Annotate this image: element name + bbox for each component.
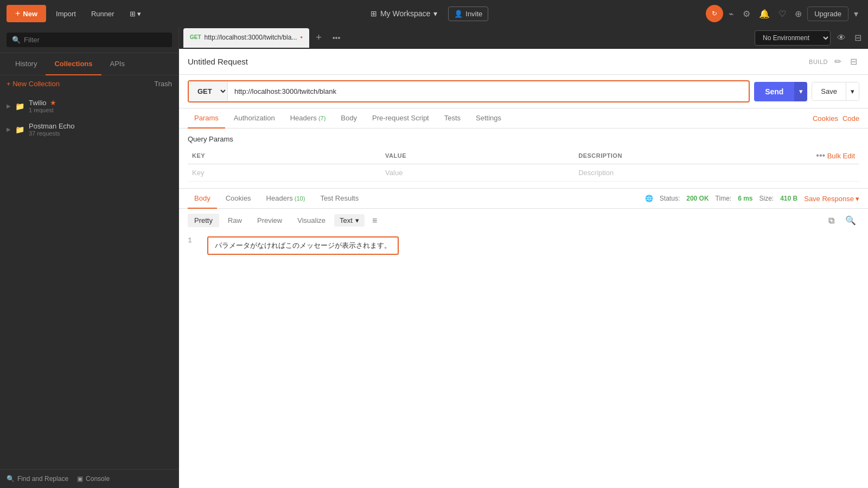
tab-params[interactable]: Params [188, 108, 225, 129]
collection-twilio[interactable]: ▶ 📁 Twilio ★ 1 request [0, 94, 178, 118]
fmt-tab-visualize[interactable]: Visualize [291, 214, 332, 227]
wrap-lines-icon[interactable]: ≡ [369, 214, 380, 228]
tab-authorization[interactable]: Authorization [227, 108, 282, 129]
heart-icon[interactable]: ♡ [775, 5, 789, 22]
params-section: Query Params KEY VALUE DESCRIPTION ••• B… [179, 129, 868, 188]
chevron-right-icon: ▶ [7, 103, 11, 109]
save-button[interactable]: Save [812, 82, 846, 100]
search-icon: 🔍 [12, 36, 21, 44]
request-tabs: Params Authorization Headers (7) Body Pr… [179, 108, 868, 129]
response-status-bar: 🌐 Status: 200 OK Time: 6 ms Size: 410 B … [645, 195, 859, 203]
url-input[interactable] [228, 82, 749, 101]
sidebar-tab-history[interactable]: History [7, 53, 46, 75]
chevron-down-icon[interactable]: ▾ [851, 5, 861, 22]
request-title: Untitled Request [188, 57, 248, 66]
workspace-center: ⊞ My Workspace ▾ 👤 Invite [151, 6, 701, 21]
search-icon[interactable]: 🔍 [842, 213, 859, 228]
table-actions: ••• Bulk Edit [767, 147, 859, 164]
sidebar-items: ▶ 📁 Twilio ★ 1 request ▶ 📁 Postman Echo … [0, 92, 178, 469]
topbar-right: ↻ ⌁ ⚙ 🔔 ♡ ⊕ Upgrade ▾ [706, 5, 861, 22]
plus-circle-icon[interactable]: ⊕ [792, 5, 805, 22]
tab-tests[interactable]: Tests [438, 108, 467, 129]
new-button[interactable]: + New [7, 5, 46, 22]
key-input[interactable] [192, 169, 376, 177]
method-select[interactable]: GET [189, 81, 228, 101]
send-button-group: Send ▾ [754, 82, 807, 101]
request-tab[interactable]: GET http://localhost:3000/twitch/bla... … [183, 28, 309, 48]
save-response-label: Save Response [804, 195, 854, 203]
import-button[interactable]: Import [50, 7, 81, 21]
value-column-header: VALUE [381, 147, 574, 164]
method-badge: GET [190, 34, 201, 40]
layout-icon[interactable]: ⊟ [848, 54, 859, 69]
invite-button[interactable]: 👤 Invite [448, 7, 488, 21]
tab-settings[interactable]: Settings [469, 108, 508, 129]
environment-select[interactable]: No Environment [755, 30, 831, 46]
add-tab-button[interactable]: + [311, 30, 326, 46]
fmt-tab-pretty[interactable]: Pretty [188, 214, 219, 227]
format-type-select[interactable]: Text ▾ [334, 214, 365, 227]
tab-right: No Environment 👁 ⊟ [755, 30, 864, 46]
tab-bar: GET http://localhost:3000/twitch/bla... … [179, 27, 868, 49]
status-value: 200 OK [686, 195, 709, 202]
resp-tab-headers[interactable]: Headers (10) [260, 189, 312, 209]
resp-tab-cookies[interactable]: Cookies [219, 189, 258, 209]
params-title: Query Params [188, 135, 859, 143]
description-column-header: DESCRIPTION [574, 147, 767, 164]
request-area: GET http://localhost:3000/twitch/bla... … [179, 27, 868, 488]
fmt-tab-raw[interactable]: Raw [221, 214, 248, 227]
sidebar-search: 🔍 [0, 27, 178, 53]
chevron-right-icon: ▶ [7, 126, 11, 132]
collection-requests: 37 requests [29, 130, 75, 137]
tab-pre-request-script[interactable]: Pre-request Script [366, 108, 436, 129]
search-input[interactable] [24, 36, 167, 44]
edit-icon[interactable]: ✏ [832, 54, 844, 69]
folder-icon: 📁 [15, 125, 24, 134]
request-content: Untitled Request BUILD ✏ ⊟ GET Send ▾ [179, 49, 868, 488]
grid-icon: ⊞ [371, 9, 377, 18]
sidebar-tab-collections[interactable]: Collections [46, 53, 101, 75]
workspace-button[interactable]: ⊞ My Workspace ▾ [364, 6, 444, 21]
settings-icon[interactable]: ⊟ [852, 30, 864, 45]
console-icon: ▣ [77, 475, 83, 483]
tab-url: http://localhost:3000/twitch/bla... [205, 34, 297, 41]
layout-button[interactable]: ⊞ ▾ [124, 7, 147, 21]
trash-button[interactable]: Trash [154, 80, 172, 88]
cookies-link[interactable]: Cookies [813, 114, 838, 123]
value-input[interactable] [385, 169, 570, 177]
find-replace-button[interactable]: 🔍 Find and Replace [7, 475, 68, 483]
key-cell [188, 164, 381, 182]
save-dropdown-button[interactable]: ▾ [846, 82, 859, 100]
description-input[interactable] [578, 169, 763, 177]
runner-button[interactable]: Runner [86, 7, 120, 21]
avatar[interactable]: ↻ [706, 5, 723, 22]
copy-icon[interactable]: ⧉ [825, 213, 838, 228]
send-dropdown-button[interactable]: ▾ [794, 82, 807, 101]
collection-postman-echo[interactable]: ▶ 📁 Postman Echo 37 requests [0, 118, 178, 141]
save-response-button[interactable]: Save Response ▾ [804, 195, 859, 203]
resp-tab-body[interactable]: Body [188, 189, 217, 209]
settings-icon[interactable]: ⚙ [739, 5, 754, 22]
size-label: Size: [760, 195, 774, 202]
response-format-bar: Pretty Raw Preview Visualize Text ▾ ≡ ⧉ … [179, 209, 868, 232]
more-tabs-button[interactable]: ••• [328, 31, 345, 44]
console-button[interactable]: ▣ Console [77, 475, 110, 483]
bulk-edit-button[interactable]: Bulk Edit [827, 152, 855, 160]
tab-headers[interactable]: Headers (7) [284, 108, 333, 129]
send-button[interactable]: Send [754, 82, 794, 101]
resp-tab-test-results[interactable]: Test Results [314, 189, 365, 209]
search-icon: 🔍 [7, 475, 15, 483]
url-input-wrap: GET [188, 80, 750, 102]
sidebar-tab-apis[interactable]: APIs [101, 53, 133, 75]
folder-icon: 📁 [15, 102, 24, 111]
bell-icon[interactable]: 🔔 [756, 5, 773, 22]
response-line-1: 1 パラメータがなければこのメッセージが表示されます。 [179, 232, 868, 259]
sync-icon[interactable]: ⌁ [725, 5, 737, 22]
upgrade-button[interactable]: Upgrade [807, 7, 848, 21]
new-collection-button[interactable]: + New Collection [7, 80, 60, 88]
fmt-tab-preview[interactable]: Preview [251, 214, 289, 227]
eye-icon[interactable]: 👁 [835, 31, 848, 45]
tab-body[interactable]: Body [334, 108, 363, 129]
code-link[interactable]: Code [843, 114, 859, 123]
more-options-button[interactable]: ••• [816, 151, 825, 160]
